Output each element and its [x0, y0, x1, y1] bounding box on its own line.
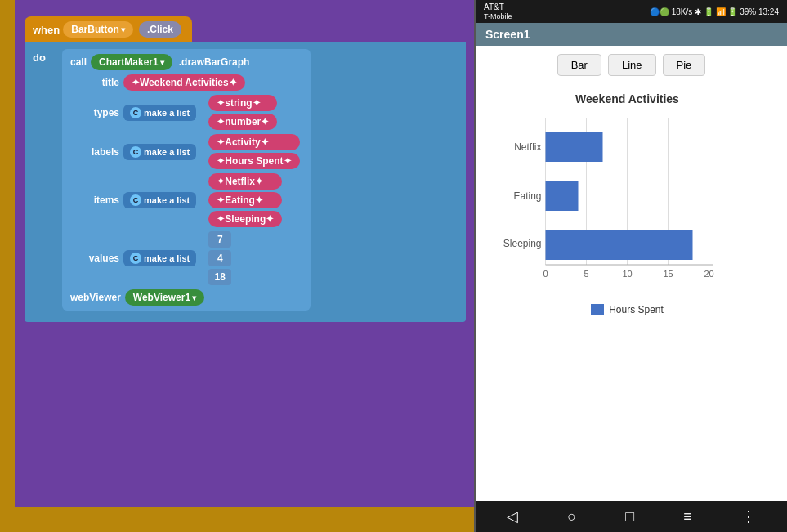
types-param-label: types	[70, 107, 119, 118]
type-string-pill[interactable]: ✦ string ✦	[208, 95, 277, 111]
values-sub-list: 7 4 18	[208, 231, 234, 285]
gold-border-left	[0, 0, 15, 532]
call-block: call ChartMaker1 ▾ .drawBarGraph title ✦…	[62, 49, 311, 311]
webviewer-row: webViewer WebViewer1 ▾	[70, 289, 302, 306]
call-label: call	[70, 56, 87, 68]
svg-text:0: 0	[543, 269, 548, 279]
bar-chart-svg: Netflix Eating Sleeping 0 5 10 15 20	[484, 118, 771, 297]
legend-label: Hours Spent	[609, 304, 664, 315]
types-row: types C make a list ✦ string ✦ ✦ number …	[70, 95, 302, 130]
item-eating-pill[interactable]: ✦ Eating ✦	[208, 192, 282, 208]
blocks-content: when BarButton ▾ .Click do call ChartMak…	[25, 16, 466, 322]
phone-panel: AT&TT-Mobile 🔵🟢 18K/s ✱ 🔋 📶 🔋 39% 13:24 …	[474, 0, 787, 532]
when-block: when BarButton ▾ .Click	[25, 16, 192, 42]
item-sleeping-pill[interactable]: ✦ Sleeping ✦	[208, 211, 282, 227]
item-netflix-pill[interactable]: ✦ Netflix ✦	[208, 173, 282, 190]
do-label: do	[33, 49, 57, 64]
pie-button[interactable]: Pie	[663, 54, 706, 76]
do-row: do call ChartMaker1 ▾ .drawBarGraph titl…	[33, 49, 458, 311]
dropdown-arrow: ▾	[121, 25, 125, 34]
status-icons: 🔵🟢 18K/s ✱ 🔋 📶 🔋 39% 13:24	[650, 7, 779, 16]
items-sub-list: ✦ Netflix ✦ ✦ Eating ✦ ✦ Sleeping ✦	[208, 173, 284, 227]
webviewer-param-label: webViewer	[70, 292, 121, 303]
svg-text:5: 5	[584, 269, 588, 279]
bar-button-pill[interactable]: BarButton ▾	[63, 21, 133, 38]
list-icon: C	[130, 107, 141, 118]
types-sub-list: ✦ string ✦ ✦ number ✦	[208, 95, 279, 130]
value-2-pill[interactable]: 4	[208, 250, 231, 266]
items-list-icon: C	[130, 194, 141, 206]
draw-method: .drawBarGraph	[179, 56, 250, 68]
label-hours-pill[interactable]: ✦ Hours Spent ✦	[208, 153, 299, 169]
menu1-icon[interactable]: ≡	[683, 508, 692, 525]
title-param-label: title	[70, 77, 119, 88]
do-block: do call ChartMaker1 ▾ .drawBarGraph titl…	[25, 42, 466, 322]
eating-bar	[546, 181, 579, 211]
type-number-pill[interactable]: ✦ number ✦	[208, 114, 277, 130]
bar-button[interactable]: Bar	[557, 54, 601, 76]
phone-status-bar: AT&TT-Mobile 🔵🟢 18K/s ✱ 🔋 📶 🔋 39% 13:24	[476, 0, 787, 23]
recents-icon[interactable]: □	[625, 508, 634, 525]
value-1-pill[interactable]: 7	[208, 231, 231, 248]
title-row: title ✦ Weekend Activities ✦	[70, 74, 302, 91]
items-make-list[interactable]: C make a list	[123, 192, 196, 208]
svg-text:10: 10	[622, 269, 632, 279]
gold-border-bottom	[15, 507, 474, 532]
items-row: items C make a list ✦ Netflix ✦ ✦ Eating…	[70, 173, 302, 227]
netflix-bar	[546, 132, 603, 162]
block-editor: when BarButton ▾ .Click do call ChartMak…	[0, 0, 474, 532]
svg-text:20: 20	[704, 269, 713, 279]
svg-text:15: 15	[663, 269, 673, 279]
types-make-list[interactable]: C make a list	[123, 105, 196, 121]
svg-text:Sleeping: Sleeping	[503, 238, 542, 249]
chart-area: Weekend Activities Netflix Eating Sleepi…	[476, 84, 787, 501]
phone-title-bar: Screen1	[476, 23, 787, 46]
carrier-label: AT&TT-Mobile	[484, 2, 512, 20]
value-3-pill[interactable]: 18	[208, 269, 231, 285]
back-icon[interactable]: ◁	[507, 507, 518, 525]
chart-title: Weekend Activities	[484, 92, 771, 105]
phone-screen: Screen1 Bar Line Pie Weekend Activities …	[476, 23, 787, 501]
title-value-pill[interactable]: ✦ Weekend Activities ✦	[123, 74, 245, 91]
webviewer-pill[interactable]: WebViewer1 ▾	[125, 289, 204, 306]
sleeping-bar	[546, 230, 693, 260]
labels-make-list[interactable]: C make a list	[123, 144, 196, 160]
chart-legend: Hours Spent	[484, 297, 771, 322]
phone-nav-bar: ◁ ○ □ ≡ ⋮	[476, 501, 787, 532]
menu2-icon[interactable]: ⋮	[741, 507, 756, 525]
home-icon[interactable]: ○	[567, 508, 576, 525]
svg-text:Eating: Eating	[513, 190, 541, 202]
values-make-list[interactable]: C make a list	[123, 250, 196, 266]
labels-param-label: labels	[70, 146, 119, 158]
chart-controls: Bar Line Pie	[476, 46, 787, 84]
chartmaker-pill[interactable]: ChartMaker1 ▾	[91, 54, 172, 70]
values-param-label: values	[70, 253, 119, 264]
values-row: values C make a list 7 4 18	[70, 231, 302, 285]
values-list-icon: C	[130, 253, 141, 264]
labels-list-icon: C	[130, 146, 141, 158]
labels-sub-list: ✦ Activity ✦ ✦ Hours Spent ✦	[208, 134, 302, 169]
click-pill[interactable]: .Click	[139, 21, 181, 38]
items-param-label: items	[70, 194, 119, 206]
label-activity-pill[interactable]: ✦ Activity ✦	[208, 134, 299, 150]
legend-color-box	[591, 304, 604, 315]
call-row: call ChartMaker1 ▾ .drawBarGraph	[70, 54, 302, 70]
when-label: when	[33, 24, 60, 36]
line-button[interactable]: Line	[608, 54, 656, 76]
svg-text:Netflix: Netflix	[514, 141, 541, 153]
labels-row: labels C make a list ✦ Activity ✦ ✦ Hour…	[70, 134, 302, 169]
